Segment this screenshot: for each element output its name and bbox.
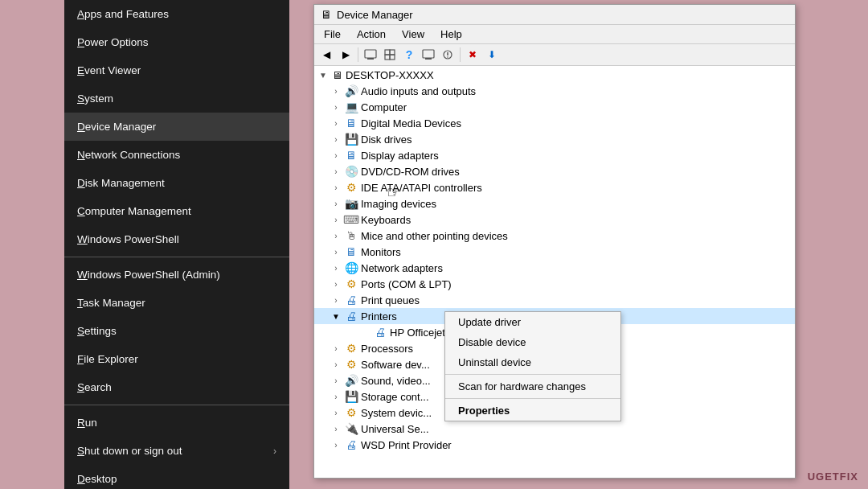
tree-item-label: Mice and other pointing devices: [361, 230, 508, 242]
tree-item-icon: 🖨: [345, 310, 358, 323]
toolbar-btn4[interactable]: [439, 46, 457, 64]
tree-expand-arrow[interactable]: ›: [330, 296, 342, 305]
menu-item-system[interactable]: System: [64, 84, 289, 113]
svg-rect-7: [425, 58, 432, 60]
toolbar-back[interactable]: ◀: [317, 46, 335, 64]
tree-item[interactable]: ›🌐Network adapters: [314, 260, 795, 276]
menu-item-task-manager[interactable]: Task Manager: [64, 289, 289, 317]
menu-item-windows-powershell-(admin)[interactable]: Windows PowerShell (Admin): [64, 261, 289, 289]
tree-expand-arrow[interactable]: ›: [330, 87, 342, 96]
context-menu-item-scan-for-hardware-changes[interactable]: Scan for hardware changes: [445, 376, 620, 397]
tree-expand-arrow[interactable]: ›: [330, 199, 342, 208]
toolbar-btn1[interactable]: [362, 46, 379, 64]
tree-expand-arrow[interactable]: ›: [330, 167, 342, 176]
menu-item-power-options[interactable]: Power Options: [64, 28, 289, 56]
tree-item[interactable]: ›🔊Audio inputs and outputs: [314, 83, 795, 99]
menubar-item-action[interactable]: Action: [350, 27, 392, 42]
toolbar-help[interactable]: ?: [400, 46, 418, 64]
tree-expand-arrow[interactable]: ›: [330, 360, 342, 369]
tree-item[interactable]: ›⌨Keyboards: [314, 212, 795, 228]
tree-expand-arrow[interactable]: ▼: [330, 312, 342, 321]
tree-expand-arrow[interactable]: ›: [330, 119, 342, 128]
menu-item-device-manager[interactable]: Device Manager: [64, 113, 289, 141]
context-menu-item-properties[interactable]: Properties: [445, 401, 620, 421]
tree-expand-arrow[interactable]: ›: [330, 183, 342, 192]
tree-item-label: Processors: [361, 343, 413, 355]
tree-item[interactable]: ›🖨WSD Print Provider: [314, 437, 795, 453]
menu-item-windows-powershell[interactable]: Windows PowerShell: [64, 225, 289, 253]
tree-expand-arrow[interactable]: ›: [330, 103, 342, 112]
tree-root-item[interactable]: ▼ 🖥 DESKTOP-XXXXX: [314, 68, 795, 83]
tree-item[interactable]: ›⚙IDE ATA/ATAPI controllers: [314, 179, 795, 195]
tree-item-icon: ⚙: [345, 358, 358, 371]
tree-item[interactable]: ›⚙Ports (COM & LPT): [314, 276, 795, 292]
tree-item-label: DVD/CD-ROM drives: [361, 166, 460, 178]
menu-item-apps-and-features[interactable]: Apps and Features: [64, 0, 289, 28]
tree-expand-arrow[interactable]: ›: [330, 151, 342, 160]
tree-item[interactable]: ›🔌Universal Se...: [314, 421, 795, 437]
toolbar-forward[interactable]: ▶: [337, 46, 354, 64]
menu-item-label: Windows PowerShell: [77, 233, 179, 245]
tree-item-label: Network adapters: [361, 262, 443, 274]
titlebar-icon: 🖥: [321, 8, 332, 21]
menu-item-settings[interactable]: Settings: [64, 317, 289, 345]
tree-item-label: Audio inputs and outputs: [361, 85, 476, 97]
tree-item[interactable]: ›📷Imaging devices: [314, 195, 795, 212]
tree-item[interactable]: ›💿DVD/CD-ROM drives: [314, 163, 795, 179]
menu-item-search[interactable]: Search: [64, 373, 289, 401]
tree-expand-arrow[interactable]: ›: [330, 135, 342, 144]
toolbar-sep2: [460, 47, 461, 62]
tree-expand-arrow[interactable]: ›: [330, 216, 342, 224]
tree-expand-arrow[interactable]: ›: [330, 441, 342, 450]
tree-expand-arrow[interactable]: ›: [330, 344, 342, 353]
menu-item-network-connections[interactable]: Network Connections: [64, 141, 289, 169]
toolbar-disconnect[interactable]: ✖: [464, 46, 481, 64]
tree-item[interactable]: ›🖨Print queues: [314, 292, 795, 308]
tree-item[interactable]: ›💾Disk drives: [314, 131, 795, 147]
menu-item-label: Computer Management: [77, 205, 191, 217]
menu-item-label: File Explorer: [77, 353, 138, 365]
tree-item-label: Print queues: [361, 294, 420, 306]
toolbar-btn3[interactable]: [420, 46, 437, 64]
menu-item-desktop[interactable]: Desktop: [64, 465, 289, 489]
menubar-item-file[interactable]: File: [317, 27, 347, 42]
tree-item[interactable]: ›🖥Display adapters: [314, 147, 795, 163]
context-menu-item-disable-device[interactable]: Disable device: [445, 332, 620, 352]
context-menu-item-update-driver[interactable]: Update driver: [445, 312, 620, 332]
menu-item-label: Device Manager: [77, 121, 156, 133]
menubar-item-help[interactable]: Help: [434, 27, 469, 42]
menubar-item-view[interactable]: View: [395, 27, 431, 42]
tree-item[interactable]: ›🖱Mice and other pointing devices: [314, 228, 795, 244]
tree-expand-arrow[interactable]: ›: [330, 425, 342, 434]
tree-item-label: Printers: [361, 310, 397, 323]
menu-item-shut-down-or-sign-out[interactable]: Shut down or sign out›: [64, 437, 289, 465]
context-menu-item-uninstall-device[interactable]: Uninstall device: [445, 352, 620, 372]
tree-expand-arrow[interactable]: ›: [330, 280, 342, 289]
menu-item-file-explorer[interactable]: File Explorer: [64, 345, 289, 373]
tree-expand-arrow[interactable]: ›: [330, 264, 342, 273]
tree-item-icon: ⚙: [345, 342, 358, 355]
tree-expand-arrow[interactable]: ›: [330, 248, 342, 257]
tree-expand-arrow[interactable]: ›: [330, 232, 342, 240]
tree-item-label: Imaging devices: [361, 198, 436, 210]
tree-item[interactable]: ›🖥Digital Media Devices: [314, 115, 795, 131]
tree-item[interactable]: ›💻Computer: [314, 99, 795, 115]
tree-item-icon: 🖨: [374, 326, 387, 339]
menu-item-disk-management[interactable]: Disk Management: [64, 169, 289, 197]
tree-item-label: Storage cont...: [361, 391, 429, 403]
tree-expand-arrow[interactable]: ›: [330, 409, 342, 417]
toolbar-update[interactable]: ⬇: [483, 46, 501, 64]
tree-expand-arrow[interactable]: ›: [330, 392, 342, 401]
toolbar-btn2[interactable]: [381, 46, 399, 64]
tree-expand-arrow[interactable]: ›: [330, 376, 342, 385]
tree-item[interactable]: ›🖥Monitors: [314, 244, 795, 260]
tree-item-icon: 📷: [345, 197, 358, 210]
tree-item-icon: 🔊: [345, 374, 358, 387]
menu-item-label: Task Manager: [77, 297, 145, 309]
menu-item-run[interactable]: Run: [64, 409, 289, 437]
menu-item-event-viewer[interactable]: Event Viewer: [64, 56, 289, 84]
tree-item-icon: 💾: [345, 133, 358, 146]
root-expand-arrow[interactable]: ▼: [317, 71, 329, 80]
tree-item-icon: 🖨: [345, 438, 358, 451]
menu-item-computer-management[interactable]: Computer Management: [64, 197, 289, 225]
